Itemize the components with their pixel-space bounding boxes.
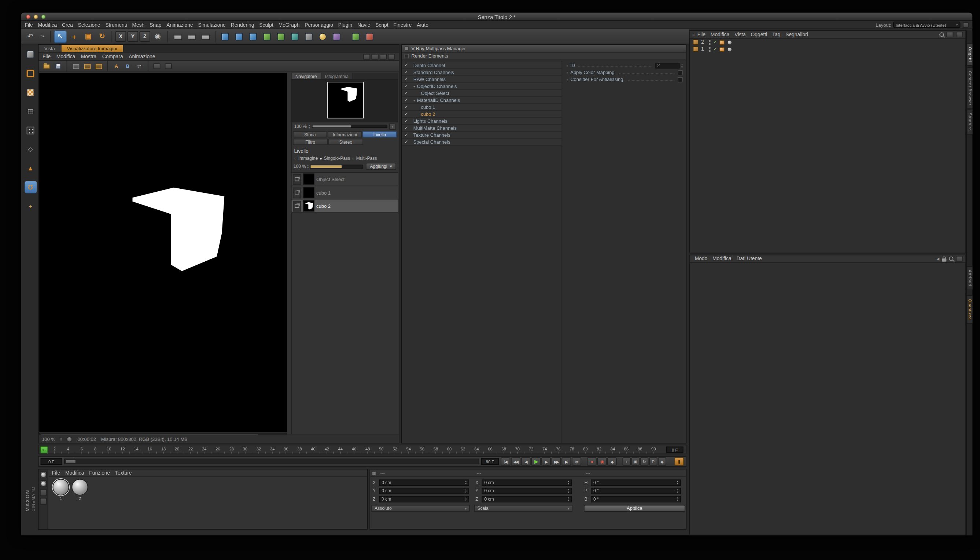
- menu-rendering[interactable]: Rendering: [231, 22, 254, 28]
- stepper-icon[interactable]: ▴▾: [677, 480, 678, 485]
- record-pla-button[interactable]: ◆: [658, 457, 666, 465]
- coordinate-field[interactable]: 0 cm▴▾: [482, 479, 572, 486]
- vray-tree-row[interactable]: ✓▾ObjectID Channels: [402, 83, 562, 90]
- id-field[interactable]: 2: [655, 63, 680, 68]
- checkbox-icon[interactable]: [404, 54, 408, 58]
- timeline-options-button[interactable]: ▮: [674, 457, 684, 465]
- tab-quantizza[interactable]: Quantizza: [967, 295, 973, 323]
- search-icon[interactable]: [949, 257, 953, 261]
- autokeying-button[interactable]: ◉: [597, 457, 607, 465]
- vray-tree-row[interactable]: ✓Depth Channel: [402, 62, 562, 69]
- mm-menu-texture[interactable]: Texture: [115, 470, 132, 476]
- object-row[interactable]: 1 ✓: [690, 45, 965, 52]
- stepper-down-icon[interactable]: ▾: [60, 439, 62, 441]
- scale-tool-button[interactable]: ▣: [82, 30, 95, 43]
- lock-y-axis-button[interactable]: Y: [128, 31, 138, 42]
- stepper-down-icon[interactable]: ▾: [465, 482, 466, 485]
- xpresso-button[interactable]: [363, 30, 376, 43]
- check-icon[interactable]: ✓: [404, 132, 409, 137]
- coordinate-field[interactable]: 0 cm▴▾: [379, 487, 469, 494]
- object-row[interactable]: 2 ✓: [690, 38, 965, 45]
- plugin-icon[interactable]: [963, 22, 968, 28]
- compositing-tag-icon[interactable]: [720, 40, 725, 45]
- om-menu-tag[interactable]: Tag: [772, 32, 780, 37]
- vray-tree-row[interactable]: ✓▾MaterialID Channels: [402, 97, 562, 104]
- layer-name[interactable]: cubo 2: [316, 203, 330, 209]
- tab-navigatore[interactable]: Navigatore: [292, 73, 322, 79]
- timeline-ruler[interactable]: 0 F 0 F 24681012141618202224262830323436…: [38, 445, 687, 454]
- menu-snap[interactable]: Snap: [150, 22, 161, 28]
- layer-row-selected[interactable]: cubo 2: [292, 199, 398, 213]
- tab-filtro[interactable]: Filtro: [293, 139, 328, 145]
- layout-grid-icon[interactable]: [380, 53, 387, 59]
- vray-tree-row[interactable]: ✓Special Channels: [402, 139, 562, 146]
- stepper-down-icon[interactable]: ▾: [568, 499, 569, 501]
- tab-storia[interactable]: Storia: [293, 131, 327, 137]
- visibility-dots-icon[interactable]: [709, 46, 711, 52]
- material-name[interactable]: 1: [52, 496, 70, 500]
- stepper-icon[interactable]: ▴▾: [568, 497, 569, 501]
- compositing-tag-icon[interactable]: [720, 47, 725, 52]
- layer-name[interactable]: cubo 1: [316, 190, 330, 196]
- coordinate-field[interactable]: 0 °▴▾: [591, 479, 681, 486]
- check-icon[interactable]: ✓: [404, 90, 409, 96]
- filter-icon[interactable]: [946, 32, 953, 37]
- spline-pen-button[interactable]: [233, 30, 245, 43]
- check-icon[interactable]: ✓: [404, 63, 409, 68]
- model-mode-button[interactable]: [25, 67, 37, 79]
- timeline-slider-thumb[interactable]: [66, 460, 75, 463]
- mm-menu-funzione[interactable]: Funzione: [89, 470, 110, 476]
- light-button[interactable]: [316, 30, 329, 43]
- stepper-down-icon[interactable]: ▾: [677, 499, 678, 501]
- menu-script[interactable]: Script: [375, 22, 388, 28]
- camera-button[interactable]: [302, 30, 315, 43]
- am-menu-modo[interactable]: Modo: [695, 256, 708, 262]
- consider-antialiasing-checkbox[interactable]: [678, 77, 683, 82]
- menu-crea[interactable]: Crea: [62, 22, 73, 28]
- navigator-preview[interactable]: [292, 80, 398, 122]
- mac-titlebar[interactable]: Senza Titolo 2 *: [21, 13, 972, 21]
- compare-horizontal-button[interactable]: [82, 62, 92, 71]
- stepper-icon[interactable]: ▴▾: [465, 480, 466, 485]
- previous-frame-button[interactable]: ◀: [521, 457, 531, 465]
- vray-tree-row[interactable]: ✓Standard Channels: [402, 69, 562, 76]
- record-scale-button[interactable]: ▣: [632, 457, 640, 465]
- range-end-field[interactable]: 90 F: [481, 458, 499, 465]
- vray-tree-row[interactable]: ✓Texture Channels: [402, 132, 562, 139]
- set-a-button[interactable]: A: [112, 62, 121, 71]
- history-back-icon[interactable]: ◀: [937, 257, 939, 261]
- check-icon[interactable]: ✓: [404, 125, 409, 130]
- tab-content-browser[interactable]: Content Browser: [967, 67, 973, 109]
- material-item[interactable]: 2: [71, 479, 89, 501]
- range-start-field[interactable]: 0 F: [41, 458, 62, 465]
- fit-view-button[interactable]: [152, 62, 162, 71]
- tab-struttura[interactable]: Struttura: [967, 109, 973, 135]
- mode-singolo-pass-label[interactable]: Singolo-Pass: [324, 156, 350, 160]
- expander-icon[interactable]: ▾: [413, 98, 415, 102]
- check-icon[interactable]: ✓: [404, 112, 409, 117]
- stepper-down-icon[interactable]: ▾: [681, 66, 682, 68]
- coordinate-field[interactable]: 0 °▴▾: [591, 496, 681, 502]
- texture-mode-button[interactable]: [25, 86, 37, 98]
- zoom-slider[interactable]: [312, 125, 387, 128]
- menu-aiuto[interactable]: Aiuto: [417, 22, 428, 28]
- radio-on-icon[interactable]: ●: [320, 156, 322, 160]
- menu-mograph[interactable]: MoGraph: [278, 22, 300, 28]
- om-menu-modifica[interactable]: Modifica: [711, 32, 730, 37]
- pv-menu-compara[interactable]: Compara: [102, 53, 123, 59]
- play-mode-button[interactable]: ⇄: [572, 457, 581, 465]
- stepper-icon[interactable]: ▴▾: [677, 497, 678, 501]
- check-icon[interactable]: ✓: [404, 139, 409, 144]
- stepper-icon[interactable]: ▴▾: [308, 124, 310, 128]
- floor-button[interactable]: [288, 30, 301, 43]
- om-menu-oggetti[interactable]: Oggetti: [751, 32, 767, 37]
- coordinate-system-button[interactable]: ◉: [152, 30, 164, 43]
- material-sort-button[interactable]: [40, 489, 47, 496]
- stepper-icon[interactable]: ▴▾: [681, 63, 682, 67]
- om-menu-segnalibri[interactable]: Segnalibri: [785, 32, 808, 37]
- vray-tree-row[interactable]: ✓Object Select: [402, 90, 562, 97]
- rotate-tool-button[interactable]: ↻: [96, 30, 108, 43]
- material-name[interactable]: 2: [71, 496, 89, 500]
- apply-color-mapping-checkbox[interactable]: [678, 70, 683, 75]
- layout-full-icon[interactable]: [388, 53, 395, 59]
